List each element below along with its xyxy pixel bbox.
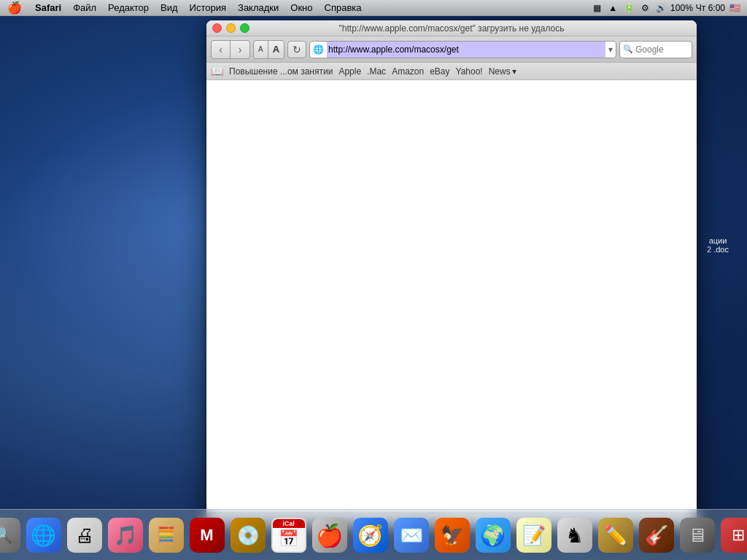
toolbar: ‹ › A A ↻ 🌐 ▾ 🔍 bbox=[206, 36, 697, 63]
volume-icon: 🔊 bbox=[654, 1, 667, 15]
file-label-1: ации bbox=[692, 236, 744, 245]
dock-guitar[interactable]: 🎸 bbox=[638, 516, 676, 554]
battery-percent: 100% bbox=[670, 3, 693, 13]
dock-textedit[interactable]: 📝 bbox=[515, 516, 553, 554]
window-title: "http://www.apple.com/macosx/get" загруз… bbox=[339, 23, 565, 34]
menu-file[interactable]: Файл bbox=[67, 0, 102, 16]
bookmarks-bar: 📖 Повышение ...ом занятии Apple .Mac Ama… bbox=[206, 63, 697, 80]
file-label-2: 2 .doc bbox=[692, 245, 744, 254]
dock-mosaic[interactable]: ⊞ bbox=[719, 516, 748, 554]
dock-mplayer[interactable]: M bbox=[188, 516, 226, 554]
expand-button[interactable]: ▾ bbox=[605, 44, 616, 55]
wifi-icon: ▲ bbox=[606, 1, 619, 15]
chess-icon: ♞ bbox=[557, 518, 592, 553]
globe2-icon: 🌍 bbox=[476, 518, 511, 553]
mail-icon: ✉️ bbox=[394, 518, 429, 553]
desktop-file: ации 2 .doc bbox=[689, 233, 747, 257]
calculator-icon: 🧮 bbox=[149, 518, 184, 553]
guitar-icon: 🎸 bbox=[639, 518, 674, 553]
search-bar-container: 🔍 bbox=[619, 41, 692, 58]
dock-calculator[interactable]: 🧮 bbox=[147, 516, 185, 554]
close-button[interactable] bbox=[212, 23, 222, 33]
flag-icon: 🇺🇸 bbox=[728, 1, 741, 15]
browser-window: "http://www.apple.com/macosx/get" загруз… bbox=[206, 20, 697, 527]
ical-icon: iCal 📅 bbox=[271, 518, 306, 553]
text-size-buttons: A A bbox=[253, 40, 285, 59]
search-input[interactable] bbox=[635, 44, 686, 55]
clock: Чт 6:00 bbox=[696, 3, 725, 13]
dock-ie[interactable]: 🌐 bbox=[25, 516, 63, 554]
dock-safari[interactable]: 🧭 bbox=[352, 516, 390, 554]
mosaic-icon: ⊞ bbox=[721, 518, 748, 553]
menu-view[interactable]: Вид bbox=[155, 0, 184, 16]
dock-spotlight[interactable]: 🔍 bbox=[0, 516, 22, 554]
forward-button[interactable]: › bbox=[231, 41, 249, 58]
search-icon: 🔍 bbox=[623, 44, 633, 54]
dock: 🦆 🔍 🌐 🖨 🎵 🧮 M 💿 bbox=[0, 502, 747, 560]
swift-icon: 🦅 bbox=[435, 518, 470, 553]
pencil-icon: ✏️ bbox=[598, 518, 633, 553]
address-input[interactable] bbox=[327, 42, 605, 58]
title-bar: "http://www.apple.com/macosx/get" загруз… bbox=[206, 20, 697, 36]
bookmarks-icon[interactable]: 📖 bbox=[211, 66, 223, 77]
dock-pencil[interactable]: ✏️ bbox=[597, 516, 635, 554]
bookmark-news[interactable]: News ▾ bbox=[489, 66, 516, 77]
maximize-button[interactable] bbox=[240, 23, 249, 33]
dock-monitor[interactable]: 🖥 bbox=[678, 516, 716, 554]
menubar: 🍎 Safari Файл Редактор Вид История Закла… bbox=[0, 0, 747, 16]
address-bar-container: 🌐 ▾ bbox=[309, 41, 616, 58]
bluetooth-icon: ⚙ bbox=[638, 1, 651, 15]
nav-buttons: ‹ › bbox=[211, 40, 250, 59]
desktop: 🍎 Safari Файл Редактор Вид История Закла… bbox=[0, 0, 747, 560]
bookmark-upgrade[interactable]: Повышение ...ом занятии bbox=[229, 66, 333, 77]
menu-window[interactable]: Окно bbox=[285, 0, 318, 16]
menu-safari[interactable]: Safari bbox=[29, 0, 67, 16]
dock-swift[interactable]: 🦅 bbox=[433, 516, 471, 554]
dock-chess[interactable]: ♞ bbox=[556, 516, 594, 554]
dock-mail[interactable]: ✉️ bbox=[392, 516, 430, 554]
textedit-icon: 📝 bbox=[516, 518, 551, 553]
menubar-right: ▦ ▲ 🔋 ⚙ 🔊 100% Чт 6:00 🇺🇸 bbox=[590, 1, 747, 15]
dvd-icon: 💿 bbox=[231, 518, 266, 553]
decrease-text-button[interactable]: A bbox=[254, 41, 268, 58]
bookmark-dotmac[interactable]: .Mac bbox=[367, 66, 386, 77]
ie-icon: 🌐 bbox=[26, 518, 61, 553]
spotlight-icon: 🔍 bbox=[0, 518, 20, 553]
menu-history[interactable]: История bbox=[184, 0, 232, 16]
battery-icon: 🔋 bbox=[622, 1, 635, 15]
menu-edit[interactable]: Редактор bbox=[102, 0, 155, 16]
dock-print[interactable]: 🖨 bbox=[66, 516, 104, 554]
dock-globe[interactable]: 🌍 bbox=[474, 516, 512, 554]
minimize-button[interactable] bbox=[226, 23, 236, 33]
window-controls bbox=[212, 23, 249, 33]
bookmark-yahoo[interactable]: Yahoo! bbox=[456, 66, 483, 77]
dock-dvd[interactable]: 💿 bbox=[229, 516, 267, 554]
bookmark-amazon[interactable]: Amazon bbox=[392, 66, 424, 77]
refresh-button[interactable]: ↻ bbox=[287, 41, 306, 58]
web-content bbox=[206, 80, 697, 513]
safari-icon: 🧭 bbox=[353, 518, 388, 553]
bookmark-apple[interactable]: Apple bbox=[338, 66, 361, 77]
monitor-icon: 🖥 bbox=[680, 518, 715, 553]
bookmark-ebay[interactable]: eBay bbox=[430, 66, 449, 77]
menu-bookmarks[interactable]: Закладки bbox=[232, 0, 285, 16]
screen-icon: ▦ bbox=[590, 1, 603, 15]
print-icon: 🖨 bbox=[67, 518, 102, 553]
menu-help[interactable]: Справка bbox=[319, 0, 368, 16]
globe-icon: 🌐 bbox=[310, 44, 327, 55]
menubar-items: Safari Файл Редактор Вид История Закладк… bbox=[29, 0, 590, 16]
dock-apple-store[interactable]: 🍎 bbox=[311, 516, 349, 554]
itunes-icon: 🎵 bbox=[108, 518, 143, 553]
back-button[interactable]: ‹ bbox=[212, 41, 231, 58]
dock-itunes[interactable]: 🎵 bbox=[107, 516, 144, 554]
dock-ical[interactable]: iCal 📅 bbox=[270, 516, 308, 554]
dock-items: 🦆 🔍 🌐 🖨 🎵 🧮 M 💿 bbox=[0, 516, 747, 557]
increase-text-button[interactable]: A bbox=[268, 41, 284, 58]
apple-store-icon: 🍎 bbox=[312, 518, 347, 553]
mplayer-icon: M bbox=[190, 518, 225, 553]
apple-menu[interactable]: 🍎 bbox=[0, 1, 29, 15]
